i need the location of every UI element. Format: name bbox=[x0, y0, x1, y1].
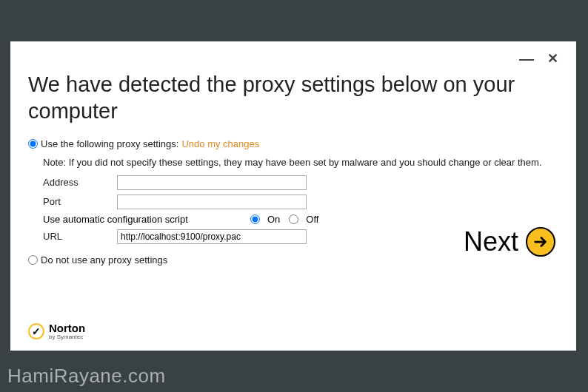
norton-logo: ✓ Norton by Symantec bbox=[28, 322, 85, 340]
port-input[interactable] bbox=[117, 195, 307, 209]
malware-note: Note: If you did not specify these setti… bbox=[43, 157, 558, 168]
brand-byline: by Symantec bbox=[49, 334, 85, 340]
undo-changes-link[interactable]: Undo my changes bbox=[181, 138, 259, 149]
port-label: Port bbox=[43, 196, 117, 207]
arrow-right-icon bbox=[526, 227, 555, 257]
auto-script-label: Use automatic configuration script bbox=[43, 214, 250, 225]
port-row: Port bbox=[43, 195, 558, 209]
close-icon[interactable]: ✕ bbox=[547, 50, 558, 67]
use-proxy-radio[interactable] bbox=[28, 139, 38, 149]
no-proxy-radio[interactable] bbox=[28, 255, 38, 265]
auto-script-on-label: On bbox=[267, 214, 280, 225]
minimize-icon[interactable]: — bbox=[519, 55, 534, 62]
auto-script-off-label: Off bbox=[306, 214, 318, 225]
no-proxy-label: Do not use any proxy settings bbox=[41, 254, 167, 266]
url-label: URL bbox=[43, 231, 117, 242]
address-row: Address bbox=[43, 175, 558, 190]
address-label: Address bbox=[43, 177, 117, 188]
next-button-label: Next bbox=[464, 226, 518, 257]
page-title: We have detected the proxy settings belo… bbox=[28, 71, 558, 125]
use-proxy-label: Use the following proxy settings: bbox=[41, 138, 178, 149]
url-input[interactable] bbox=[117, 229, 307, 244]
auto-script-off-radio[interactable] bbox=[289, 214, 298, 224]
brand-name: Norton bbox=[49, 322, 85, 334]
proxy-mode-use-row: Use the following proxy settings: Undo m… bbox=[28, 138, 558, 149]
checkmark-icon: ✓ bbox=[28, 323, 44, 339]
auto-script-on-radio[interactable] bbox=[250, 214, 260, 224]
titlebar: — ✕ bbox=[28, 50, 558, 67]
next-button[interactable]: Next bbox=[464, 226, 555, 257]
watermark-text: HamiRayane.com bbox=[7, 365, 166, 388]
auto-script-row: Use automatic configuration script On Of… bbox=[43, 214, 558, 225]
proxy-settings-dialog: — ✕ We have detected the proxy settings … bbox=[10, 41, 576, 351]
address-input[interactable] bbox=[117, 175, 307, 190]
